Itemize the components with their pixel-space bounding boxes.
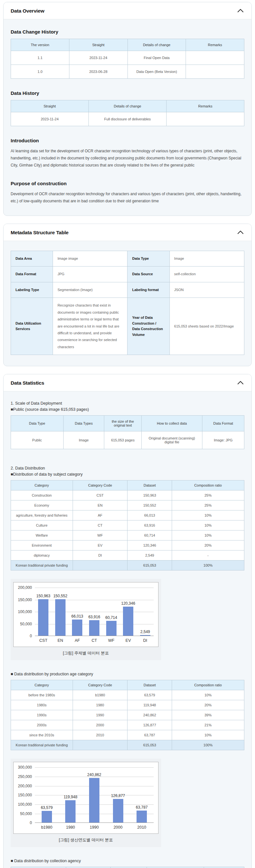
table-cell: 615,053 pages — [104, 431, 142, 449]
bar — [65, 800, 75, 823]
table-cell: 25% — [172, 491, 244, 500]
y-axis-tick: 100,000 — [18, 802, 32, 807]
table-row: WelfareWF60,71410% — [11, 530, 244, 540]
bar-value-label: 120,346 — [121, 601, 135, 606]
table-cell: 615,053 — [127, 560, 172, 570]
heading-data-change-history: Data Change History — [11, 29, 244, 34]
table-row: Data Utilization ServicesRecognize chara… — [11, 298, 244, 355]
bar-value-label: 126,877 — [111, 794, 125, 798]
table-cell: Public — [11, 431, 64, 449]
introduction-text: AI learning data set for the development… — [11, 148, 244, 169]
table-row: PublicImage615,053 pagesOriginal documen… — [11, 431, 244, 449]
table-cell: EN — [73, 500, 127, 510]
heading-data-distribution: 2. Data Distribution — [11, 466, 244, 470]
x-axis-label: CST — [35, 638, 52, 643]
table-cell: 2023-11-24 — [11, 112, 89, 126]
table-row: 1.02023-06-28Data Open (Beta Version) — [11, 65, 244, 79]
x-axis-label: AF — [69, 638, 86, 643]
y-axis-tick: 0 — [30, 634, 32, 638]
table-cell: 150,552 — [127, 500, 172, 510]
column-header: Data Type — [11, 415, 64, 431]
table-cell: 615,053 sheets based on 2022/Image — [169, 298, 244, 355]
table-row: Data AreaImage imageData TypeImage — [11, 251, 244, 266]
table-cell — [73, 560, 127, 570]
x-axis-label: EV — [120, 638, 137, 643]
subheading-public-source: ■Public (source data image 615,053 pages… — [11, 407, 244, 412]
table-cell: 63,579 — [127, 690, 172, 700]
section-body-data-overview: Data Change History The versionStraightD… — [4, 19, 251, 216]
section-header-data-statistics[interactable]: Data Statistics — [4, 374, 251, 392]
y-axis-tick: 300,000 — [18, 765, 32, 770]
table-cell: Image — [63, 431, 104, 449]
y-axis-tick: 50,000 — [20, 811, 32, 816]
section-header-data-overview[interactable]: Data Overview — [4, 2, 251, 19]
bar-value-label: 63,579 — [41, 805, 53, 810]
bar-value-label: 60,714 — [105, 615, 117, 620]
table-row: CultureCT63,91610% — [11, 521, 244, 530]
table-cell: CT — [73, 521, 127, 530]
table-row: Data FormatJPGData Sourceself-collection — [11, 267, 244, 282]
table-cell: JPG — [53, 267, 127, 282]
chevron-up-icon — [237, 8, 244, 13]
collapse-toggle[interactable] — [236, 8, 244, 14]
table-row: 2023-11-24Full disclosure of deliverable… — [11, 112, 244, 126]
collapse-toggle[interactable] — [236, 380, 244, 386]
table-cell: Image image — [53, 251, 127, 266]
bar-value-label: 150,552 — [53, 594, 67, 598]
scale-of-deployment-table: Data TypeData Typesthe size of the origi… — [11, 415, 244, 449]
table-body: Data AreaImage imageData TypeImageData F… — [11, 251, 244, 354]
table-cell: AF — [73, 510, 127, 521]
table-head: StraightDetails of changeRemarks — [11, 100, 244, 112]
table-cell: 1.1 — [11, 51, 69, 65]
x-axis-label: DI — [136, 638, 154, 643]
x-axis-label: WF — [103, 638, 120, 643]
table-body: PublicImage615,053 pagesOriginal documen… — [11, 431, 244, 449]
column-header: Dataset — [127, 680, 172, 690]
bar — [136, 811, 147, 823]
table-cell: Data Utilization Services — [11, 298, 53, 355]
table-row: before the 1980sb198063,57910% — [11, 690, 244, 700]
column-header: Data Format — [202, 415, 244, 431]
column-header: Details of change — [89, 100, 166, 112]
table-cell: Economy — [11, 500, 73, 510]
table-cell: 1980s — [11, 700, 73, 710]
table-cell: Construction — [11, 491, 73, 500]
bar — [113, 799, 123, 823]
column-header: Composition ratio — [172, 680, 244, 690]
table-cell: 120,346 — [127, 540, 172, 551]
table-cell: 240,862 — [127, 710, 172, 720]
section-header-metadata[interactable]: Metadata Structure Table — [4, 224, 251, 241]
bar — [123, 607, 133, 636]
chevron-up-icon — [237, 230, 244, 235]
column-header: Straight — [11, 100, 89, 112]
table-cell: WF — [73, 530, 127, 540]
table-cell: before the 1980s — [11, 690, 73, 700]
table-cell: Recognize characters that exist in docum… — [53, 298, 127, 355]
heading-scale-of-deployment: 1. Scale of Data Deployment — [11, 401, 244, 406]
table-cell: Korean traditional private funding — [11, 740, 73, 750]
y-axis-tick: 150,000 — [18, 793, 32, 797]
table-cell: Segmentation (Image) — [53, 282, 127, 298]
table-row: Korean traditional private funding615,05… — [11, 560, 244, 570]
table-row: ConstructionCST150,96325% — [11, 491, 244, 500]
table-cell — [186, 51, 244, 65]
table-row: agriculture, forestry and fisheriesAF66,… — [11, 510, 244, 521]
collapse-toggle[interactable] — [236, 229, 244, 236]
x-axis-label: CT — [86, 638, 103, 643]
y-axis-tick: 100,000 — [18, 610, 32, 614]
table-cell: EV — [73, 540, 127, 551]
table-cell: Image: JPG — [202, 431, 244, 449]
bar — [106, 621, 117, 636]
table-row: Korean traditional private funding615,05… — [11, 740, 244, 750]
y-axis: 300,000250,000200,000150,000100,00050,00… — [15, 767, 35, 823]
table-cell: 63,787 — [127, 730, 172, 740]
table-header-row: The versionStraightDetails of changeRema… — [11, 39, 244, 51]
x-axis-label: 2010 — [130, 825, 154, 830]
table-cell: 10% — [172, 690, 244, 700]
column-header: Category — [11, 680, 73, 690]
table-cell: 1990s — [11, 710, 73, 720]
table-cell: 60,714 — [127, 530, 172, 540]
table-cell: 2000s — [11, 720, 73, 730]
table-head: The versionStraightDetails of changeRema… — [11, 39, 244, 51]
table-cell: 150,963 — [127, 491, 172, 500]
